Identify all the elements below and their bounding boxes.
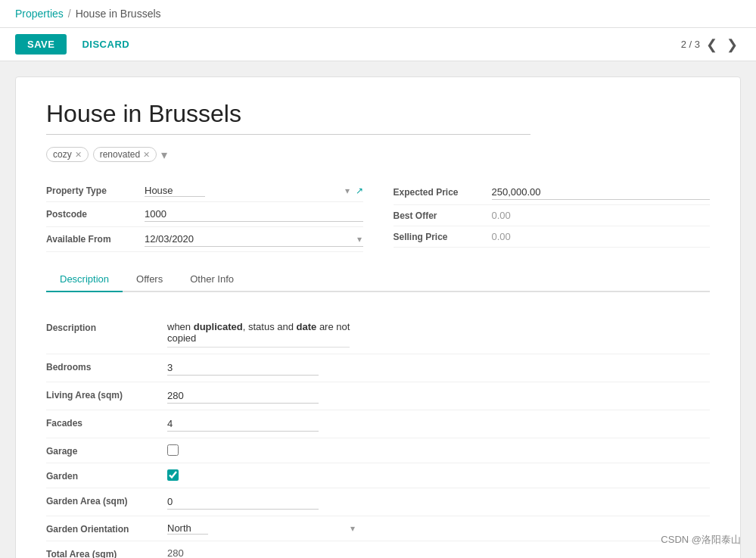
- bedrooms-group: Bedrooms: [46, 354, 710, 382]
- form-left: Property Type House Apartment ↗ Postcode: [46, 180, 363, 252]
- top-bar: Properties / House in Brussels: [0, 0, 756, 28]
- main-content: House in Brussels cozy ✕ renovated ✕ ▾ P…: [0, 61, 756, 558]
- garden-area-group: Garden Area (sqm): [46, 488, 710, 516]
- available-from-wrapper: [145, 232, 363, 247]
- description-field-group: Description when duplicated, status and …: [46, 315, 710, 354]
- property-type-external-link-icon[interactable]: ↗: [356, 185, 363, 196]
- pagination: 2 / 3 ❮ ❯: [681, 36, 741, 53]
- tag-add-button[interactable]: ▾: [161, 148, 167, 162]
- garden-orientation-label: Garden Orientation: [46, 522, 167, 535]
- selling-price-group: Selling Price 0.00: [394, 226, 711, 248]
- living-area-input[interactable]: [167, 388, 319, 404]
- garage-checkbox[interactable]: [167, 444, 179, 456]
- tags-row: cozy ✕ renovated ✕ ▾: [46, 147, 710, 162]
- tab-description[interactable]: Description: [46, 267, 123, 292]
- form-section: Property Type House Apartment ↗ Postcode: [46, 180, 710, 252]
- facades-label: Facades: [46, 416, 167, 429]
- expected-price-input[interactable]: [492, 185, 711, 200]
- facades-group: Facades: [46, 410, 710, 438]
- garden-orientation-select-wrapper: North South East West: [167, 522, 356, 535]
- garden-checkbox[interactable]: [167, 469, 179, 481]
- pagination-label: 2 / 3: [681, 39, 700, 50]
- bedrooms-label: Bedrooms: [46, 360, 167, 373]
- tag-cozy-label: cozy: [53, 149, 72, 160]
- breadcrumb-current: House in Brussels: [76, 8, 161, 20]
- discard-button[interactable]: DISCARD: [73, 34, 138, 55]
- living-area-group: Living Area (sqm): [46, 382, 710, 410]
- property-type-select-wrapper: House Apartment: [145, 185, 351, 197]
- best-offer-label: Best Offer: [394, 210, 492, 221]
- property-type-select[interactable]: House Apartment: [145, 185, 205, 197]
- property-type-group: Property Type House Apartment ↗: [46, 180, 363, 202]
- desc-text-3: are not: [316, 321, 350, 332]
- total-area-value: 280: [167, 547, 710, 558]
- tab-other-info[interactable]: Other Info: [176, 267, 247, 292]
- selling-price-label: Selling Price: [394, 232, 492, 242]
- tab-offers[interactable]: Offers: [123, 267, 176, 292]
- tag-cozy-remove[interactable]: ✕: [75, 150, 82, 160]
- garden-label: Garden: [46, 469, 167, 482]
- property-type-label: Property Type: [46, 185, 145, 196]
- postcode-label: Postcode: [46, 209, 145, 220]
- record-title[interactable]: House in Brussels: [46, 100, 530, 135]
- total-area-group: Total Area (sqm) 280: [46, 541, 710, 558]
- watermark: CSDN @洛阳泰山: [661, 533, 741, 547]
- desc-text-1: when: [167, 321, 194, 332]
- bedrooms-input[interactable]: [167, 360, 319, 376]
- facades-input[interactable]: [167, 416, 319, 432]
- garden-area-label: Garden Area (sqm): [46, 494, 167, 507]
- desc-bold-2: date: [297, 321, 317, 332]
- breadcrumb-separator: /: [68, 8, 71, 20]
- tab-content-description: Description when duplicated, status and …: [46, 307, 710, 558]
- available-from-group: Available From: [46, 227, 363, 252]
- tag-cozy: cozy ✕: [46, 147, 89, 162]
- selling-price-value: 0.00: [492, 231, 711, 242]
- garage-group: Garage: [46, 438, 710, 463]
- pagination-prev[interactable]: ❮: [703, 36, 720, 53]
- tabs: Description Offers Other Info: [46, 267, 710, 292]
- tag-renovated-label: renovated: [100, 149, 140, 160]
- total-area-label: Total Area (sqm): [46, 547, 167, 558]
- living-area-label: Living Area (sqm): [46, 388, 167, 401]
- record-card: House in Brussels cozy ✕ renovated ✕ ▾ P…: [15, 76, 741, 558]
- desc-text-2: , status and: [243, 321, 297, 332]
- best-offer-value: 0.00: [492, 210, 711, 221]
- garage-label: Garage: [46, 444, 167, 457]
- postcode-group: Postcode: [46, 202, 363, 227]
- desc-text-4: copied: [167, 332, 196, 344]
- available-from-label: Available From: [46, 234, 145, 245]
- save-button[interactable]: SAVE: [15, 34, 67, 55]
- tag-renovated-remove[interactable]: ✕: [143, 150, 150, 160]
- toolbar: SAVE DISCARD 2 / 3 ❮ ❯: [0, 28, 756, 61]
- form-right: Expected Price Best Offer 0.00 Selling P…: [394, 180, 711, 252]
- garden-group: Garden: [46, 463, 710, 488]
- available-from-input[interactable]: [145, 232, 363, 247]
- breadcrumb: Properties / House in Brussels: [15, 8, 161, 20]
- breadcrumb-parent[interactable]: Properties: [15, 8, 64, 20]
- expected-price-group: Expected Price: [394, 180, 711, 205]
- property-type-field: House Apartment ↗: [145, 185, 363, 197]
- expected-price-label: Expected Price: [394, 187, 492, 198]
- description-field-label: Description: [46, 321, 167, 333]
- tag-renovated: renovated ✕: [93, 147, 157, 162]
- desc-bold-1: duplicated: [194, 321, 243, 332]
- garden-orientation-group: Garden Orientation North South East West: [46, 516, 710, 541]
- garden-area-input[interactable]: [167, 494, 319, 510]
- pagination-next[interactable]: ❯: [723, 36, 741, 53]
- description-field-value: when duplicated, status and date are not…: [167, 321, 350, 348]
- postcode-input[interactable]: [145, 207, 363, 222]
- best-offer-group: Best Offer 0.00: [394, 205, 711, 226]
- garden-orientation-select[interactable]: North South East West: [167, 522, 208, 535]
